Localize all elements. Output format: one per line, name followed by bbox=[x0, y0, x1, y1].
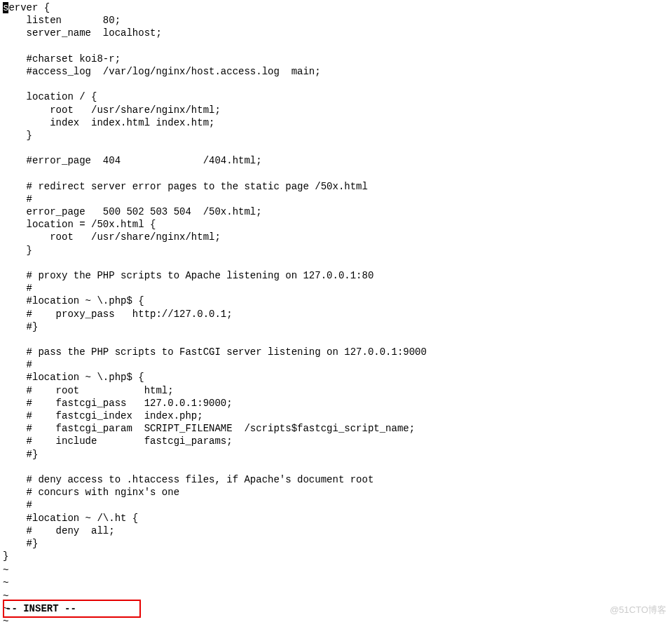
status-bar: -- INSERT -- bbox=[3, 600, 141, 618]
editor-text: erver { listen 80; server_name localhost… bbox=[3, 2, 427, 562]
watermark: @51CTO博客 bbox=[610, 604, 666, 616]
editor-content[interactable]: server { listen 80; server_name localhos… bbox=[0, 0, 672, 564]
editor-mode: -- INSERT -- bbox=[6, 603, 76, 614]
